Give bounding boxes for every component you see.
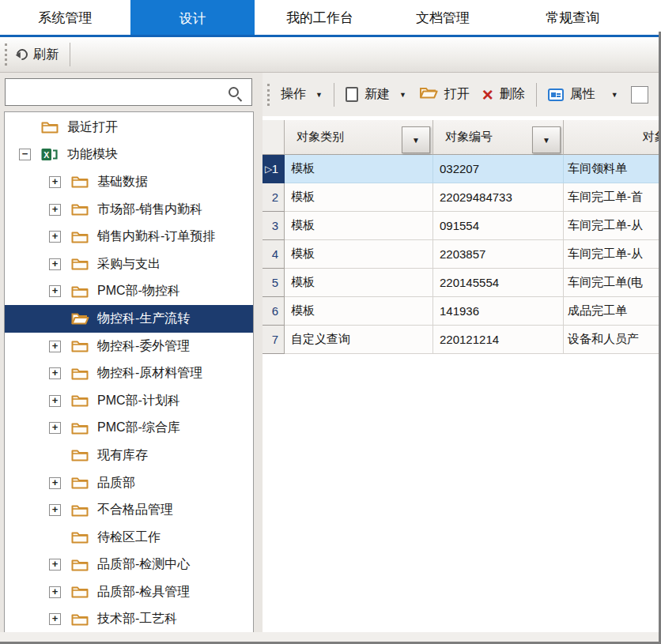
cell-name[interactable]: 车间完工单-从 (564, 240, 661, 269)
tree-item[interactable]: − X 功能模块 (5, 141, 253, 169)
column-header-number[interactable]: 对象编号 ▼ (433, 120, 564, 155)
tree-expander-icon[interactable]: + (49, 176, 61, 188)
cell-name[interactable]: 车间完工单-从 (564, 212, 661, 240)
tree-item[interactable]: + X 采购与支出 (5, 250, 253, 278)
properties-button[interactable]: 属性 ▼ (542, 83, 625, 106)
tree-item[interactable]: + X PMC部-计划科 (5, 387, 253, 415)
tree-item-label: 现有库存 (97, 447, 148, 464)
cell-category[interactable]: 模板 (285, 269, 433, 297)
row-number-cell[interactable]: ▷ 7 (263, 326, 285, 354)
toolbar-checkbox[interactable] (631, 86, 648, 104)
tree-item[interactable]: X 物控科-生产流转 (5, 305, 253, 333)
folder-icon: X (71, 175, 89, 190)
tree-expander-icon[interactable]: + (49, 559, 61, 571)
tree-expander-icon[interactable]: + (49, 258, 61, 270)
cell-number[interactable]: 22029484733 (433, 183, 564, 212)
row-number-cell[interactable]: ▷ 6 (263, 297, 285, 326)
tree-item[interactable]: + X 品质部-检具管理 (5, 578, 253, 606)
cell-category[interactable]: 模板 (285, 240, 433, 269)
tree-item[interactable]: + X 基础数据 (5, 168, 253, 196)
table-row[interactable]: ▷ 5 模板 220145554 车间完工单(电 (263, 269, 661, 297)
tree-item[interactable]: + X 品质部 (5, 469, 253, 497)
toolbar-grip[interactable] (5, 43, 7, 66)
delete-button[interactable]: × 删除 (476, 83, 531, 106)
table-row[interactable]: ▷ 2 模板 22029484733 车间完工单-首 (263, 183, 661, 212)
tree-expander-icon[interactable]: + (49, 613, 61, 625)
tab-system-management[interactable]: 系统管理 (0, 0, 130, 35)
tree-item[interactable]: X 待检区工作 (5, 524, 253, 552)
cell-number[interactable]: 141936 (433, 297, 564, 326)
folder-icon: X (71, 585, 89, 600)
cell-name[interactable]: 车间完工单(电 (564, 269, 661, 297)
tree-item[interactable]: + X 物控科-委外管理 (5, 333, 253, 360)
row-number-cell[interactable]: ▷ 1 (263, 155, 285, 183)
grid-body: ▷ 1 模板 032207 车间领料单 ▷ 2 模板 22029484733 车… (263, 155, 661, 354)
row-number-cell[interactable]: ▷ 2 (263, 183, 285, 212)
tree-expander-icon[interactable]: − (19, 149, 31, 160)
tree-item[interactable]: + X PMC部-物控科 (5, 278, 253, 306)
column-header-label: 对象类别 (297, 130, 344, 145)
cell-number[interactable]: 220121214 (433, 326, 564, 354)
table-row[interactable]: ▷ 4 模板 2203857 车间完工单-从 (263, 240, 661, 269)
grid-toolbar-grip[interactable] (267, 84, 270, 106)
cell-name[interactable]: 成品完工单 (564, 297, 661, 326)
refresh-button[interactable]: 刷新 (10, 43, 65, 66)
tree-item[interactable]: X 最近打开 (5, 114, 253, 141)
operate-dropdown-button[interactable]: 操作 ▼ (274, 83, 329, 106)
tree-expander-icon[interactable]: + (49, 586, 61, 598)
tree-item[interactable]: + X 市场部-销售内勤科 (5, 196, 253, 224)
cell-number[interactable]: 220145554 (433, 269, 564, 297)
tab-general-query[interactable]: 常规查询 (500, 0, 644, 35)
chevron-down-icon: ▼ (315, 91, 323, 99)
tree-expander-icon[interactable]: + (49, 477, 61, 489)
tab-document-management[interactable]: 文档管理 (385, 0, 500, 35)
cell-number[interactable]: 2203857 (433, 240, 564, 269)
cell-category[interactable]: 模板 (285, 183, 433, 212)
table-row[interactable]: ▷ 6 模板 141936 成品完工单 (263, 297, 661, 326)
tree-item[interactable]: + X PMC部-综合库 (5, 415, 253, 443)
filter-dropdown-button[interactable]: ▼ (532, 126, 561, 153)
cell-category[interactable]: 模板 (285, 212, 433, 240)
panel-splitter[interactable] (255, 73, 263, 632)
open-folder-icon (419, 85, 438, 104)
folder-icon: X (41, 120, 59, 135)
cell-name[interactable]: 车间完工单-首 (564, 183, 661, 212)
row-number-cell[interactable]: ▷ 4 (263, 240, 285, 269)
tree-item[interactable]: + X 销售内勤科-订单预排 (5, 223, 253, 250)
column-header-category[interactable]: 对象类别 ▼ (285, 120, 433, 155)
search-input[interactable] (6, 79, 229, 105)
cell-category[interactable]: 自定义查询 (285, 326, 433, 354)
tab-design[interactable]: 设计 (130, 0, 255, 37)
tree-expander-icon[interactable]: + (49, 395, 61, 407)
cell-number[interactable]: 091554 (433, 212, 564, 240)
table-row[interactable]: ▷ 3 模板 091554 车间完工单-从 (263, 212, 661, 240)
tree-expander-icon[interactable]: + (49, 341, 61, 352)
tree-expander-icon[interactable]: + (49, 285, 61, 297)
tree-expander-icon[interactable]: + (49, 204, 61, 216)
cell-category[interactable]: 模板 (285, 297, 433, 326)
tree-expander-icon[interactable]: + (49, 231, 61, 243)
column-header-name[interactable]: 对象名称 (564, 120, 661, 155)
tree-item[interactable]: X 现有库存 (5, 442, 253, 469)
cell-name[interactable]: 车间领料单 (564, 155, 661, 183)
tree-item[interactable]: + X 物控科-原材料管理 (5, 360, 253, 387)
new-button[interactable]: 新建 ▼ (339, 83, 413, 106)
tree-item[interactable]: + X 品质部-检测中心 (5, 552, 253, 579)
open-button[interactable]: 打开 (413, 82, 476, 107)
row-number-cell[interactable]: ▷ 5 (263, 269, 285, 297)
tree-item[interactable]: + X 不合格品管理 (5, 496, 253, 524)
cell-category[interactable]: 模板 (285, 155, 433, 183)
tree-expander-icon[interactable]: + (49, 422, 61, 434)
cell-number[interactable]: 032207 (433, 155, 564, 183)
search-icon[interactable] (229, 87, 239, 97)
tree-item-label: 功能模块 (67, 146, 118, 163)
cell-name[interactable]: 设备和人员产 (564, 326, 661, 354)
table-row[interactable]: ▷ 7 自定义查询 220121214 设备和人员产 (263, 326, 661, 354)
table-row[interactable]: ▷ 1 模板 032207 车间领料单 (263, 155, 661, 183)
tree-expander-icon[interactable]: + (49, 504, 61, 516)
row-number-cell[interactable]: ▷ 3 (263, 212, 285, 240)
tree-expander-icon[interactable]: + (49, 367, 61, 379)
filter-dropdown-button[interactable]: ▼ (402, 126, 430, 153)
tree-item[interactable]: + X 技术部-工艺科 (5, 606, 253, 634)
tab-my-workbench[interactable]: 我的工作台 (255, 0, 385, 35)
